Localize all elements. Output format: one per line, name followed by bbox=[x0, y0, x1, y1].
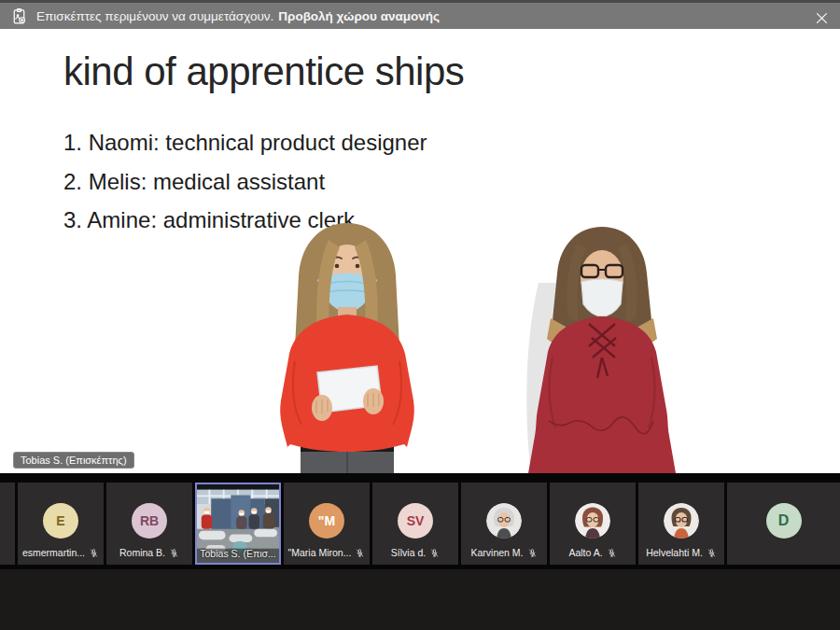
participant-tile[interactable]: SV Sílvia d. bbox=[372, 483, 458, 565]
participant-tile[interactable]: RB Romina B. bbox=[106, 483, 192, 565]
avatar-photo bbox=[486, 503, 522, 539]
mic-muted-icon bbox=[429, 548, 440, 558]
avatar-photo bbox=[664, 503, 699, 539]
participant-name: Tobias S. (Επισ... bbox=[200, 548, 275, 559]
participant-tile[interactable]: E esmermartin... bbox=[18, 483, 104, 565]
avatar-initials: E bbox=[43, 503, 78, 539]
call-toolbar bbox=[0, 569, 840, 630]
mic-muted-icon bbox=[707, 548, 717, 558]
avatar-photo bbox=[575, 503, 610, 539]
mic-muted-icon bbox=[355, 548, 365, 558]
mic-muted-icon bbox=[169, 548, 179, 558]
avatar-initials: "M bbox=[309, 503, 344, 539]
shared-content-stage: kind of apprentice ships 1. Naomi: techn… bbox=[0, 29, 840, 473]
presenters-video bbox=[0, 29, 840, 473]
avatar-initials: SV bbox=[398, 503, 433, 539]
mic-muted-icon bbox=[607, 548, 617, 558]
participant-name: "Maria Miron... bbox=[288, 547, 352, 558]
participant-tile[interactable]: Helvelahti M. bbox=[638, 483, 724, 565]
presenter-right bbox=[526, 227, 676, 473]
participant-name: esmermartin... bbox=[22, 547, 85, 558]
avatar-initials: RB bbox=[132, 503, 167, 539]
participant-name: Aalto A. bbox=[568, 547, 602, 558]
mic-muted-icon bbox=[527, 548, 538, 558]
participant-filmstrip: E esmermartin... RB Romina B. bbox=[0, 473, 840, 569]
participant-tile[interactable]: D bbox=[727, 483, 840, 565]
participant-tile[interactable]: Aalto A. bbox=[550, 483, 636, 565]
close-icon[interactable] bbox=[808, 6, 834, 30]
presenter-left bbox=[280, 223, 414, 473]
avatar-initials: D bbox=[766, 503, 802, 539]
participant-name: Helvelahti M. bbox=[646, 547, 703, 558]
participant-name: Karvinen M. bbox=[470, 547, 523, 558]
participant-tile-video-selected[interactable]: Tobias S. (Επισ... bbox=[195, 483, 281, 565]
waiting-room-banner: Επισκέπτες περιμένουν να συμμετάσχουν. Π… bbox=[0, 0, 840, 29]
participant-name: Sílvia d. bbox=[391, 547, 426, 558]
participant-tile-fragment[interactable] bbox=[0, 483, 15, 565]
participant-name: Romina B. bbox=[119, 547, 165, 558]
participant-tile[interactable]: Karvinen M. bbox=[461, 483, 547, 565]
banner-text: Επισκέπτες περιμένουν να συμμετάσχουν. bbox=[36, 9, 273, 23]
participant-tile[interactable]: "M "Maria Miron... bbox=[284, 483, 370, 565]
mic-muted-icon bbox=[89, 548, 99, 558]
presenter-name-label: Tobias S. (Επισκέπτης) bbox=[13, 452, 134, 469]
view-lobby-link[interactable]: Προβολή χώρου αναμονής bbox=[278, 9, 440, 23]
teams-meeting-window: Επισκέπτες περιμένουν να συμμετάσχουν. Π… bbox=[0, 0, 840, 630]
waiting-room-icon bbox=[9, 7, 29, 26]
